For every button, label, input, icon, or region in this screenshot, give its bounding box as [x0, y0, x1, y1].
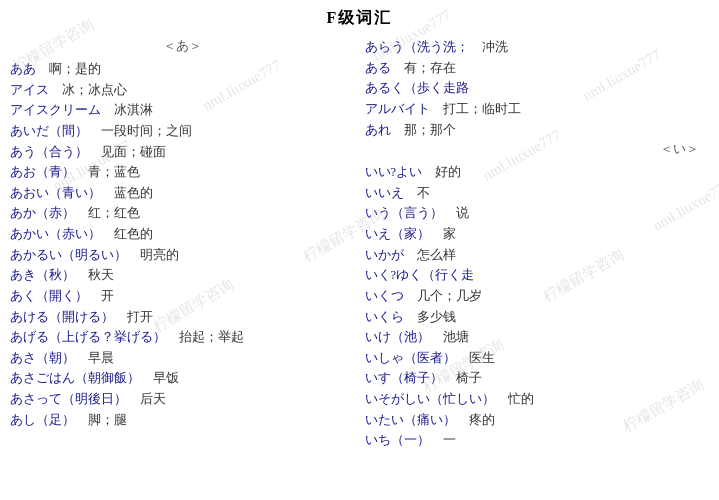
- list-item: あし（足） 脚；腿: [10, 410, 355, 431]
- cn-text: 忙的: [495, 392, 534, 406]
- cn-text: 红色的: [101, 227, 153, 241]
- list-item: あかるい（明るい） 明亮的: [10, 245, 355, 266]
- right-entries-top: あらう（洗う洗； 冲洗ある 有；存在あるく（歩く走路アルバイト 打工；临时工あれ…: [365, 37, 710, 140]
- cn-text: 有；存在: [391, 61, 456, 75]
- jp-text: いけ（池）: [365, 330, 430, 344]
- jp-text: アイスクリーム: [10, 103, 101, 117]
- cn-text: 那；那个: [391, 123, 456, 137]
- list-item: いいえ 不: [365, 183, 710, 204]
- list-item: あく（開く） 开: [10, 286, 355, 307]
- list-item: あさ（朝） 早晨: [10, 348, 355, 369]
- cn-text: 后天: [127, 392, 166, 406]
- right-section-header: ＜い＞: [365, 140, 710, 158]
- cn-text: 明亮的: [127, 248, 179, 262]
- cn-text: 冲洗: [469, 40, 508, 54]
- jp-text: あるく（歩く走路: [365, 81, 469, 95]
- list-item: アイスクリーム 冰淇淋: [10, 100, 355, 121]
- cn-text: 几个；几岁: [404, 289, 482, 303]
- cn-text: 蓝色的: [101, 186, 153, 200]
- left-column: ＜あ＞ ああ 啊；是的アイス 冰；冰点心アイスクリーム 冰淇淋あいだ（間） 一段…: [10, 37, 355, 451]
- list-item: いくつ 几个；几岁: [365, 286, 710, 307]
- jp-text: いくら: [365, 310, 404, 324]
- jp-text: いしゃ（医者）: [365, 351, 456, 365]
- list-item: いち（一） 一: [365, 430, 710, 451]
- jp-text: あお（青）: [10, 165, 75, 179]
- right-column: あらう（洗う洗； 冲洗ある 有；存在あるく（歩く走路アルバイト 打工；临时工あれ…: [365, 37, 710, 451]
- list-item: いたい（痛い） 疼的: [365, 410, 710, 431]
- jp-text: あげる（上げる？挙げる）: [10, 330, 166, 344]
- jp-text: あき（秋）: [10, 268, 75, 282]
- cn-text: 脚；腿: [75, 413, 127, 427]
- jp-text: あう（合う）: [10, 145, 88, 159]
- cn-text: 多少钱: [404, 310, 456, 324]
- jp-text: いいえ: [365, 186, 404, 200]
- jp-text: いく?ゆく（行く走: [365, 268, 475, 282]
- list-item: いくら 多少钱: [365, 307, 710, 328]
- jp-text: あかるい（明るい）: [10, 248, 127, 262]
- jp-text: あれ: [365, 123, 391, 137]
- cn-text: 啊；是的: [36, 62, 101, 76]
- list-item: あかい（赤い） 红色的: [10, 224, 355, 245]
- cn-text: 打开: [114, 310, 153, 324]
- list-item: あれ 那；那个: [365, 120, 710, 141]
- cn-text: 疼的: [456, 413, 495, 427]
- list-item: アルバイト 打工；临时工: [365, 99, 710, 120]
- cn-text: 冰；冰点心: [49, 83, 127, 97]
- jp-text: アイス: [10, 83, 49, 97]
- jp-text: あらう（洗う洗；: [365, 40, 469, 54]
- list-item: いえ（家） 家: [365, 224, 710, 245]
- cn-text: 一段时间；之间: [88, 124, 192, 138]
- jp-text: あか（赤）: [10, 206, 75, 220]
- list-item: あける（開ける） 打开: [10, 307, 355, 328]
- list-item: いい?よい 好的: [365, 162, 710, 183]
- cn-text: 早晨: [75, 351, 114, 365]
- jp-text: いち（一）: [365, 433, 430, 447]
- list-item: ああ 啊；是的: [10, 59, 355, 80]
- cn-text: 秋天: [75, 268, 114, 282]
- cn-text: 怎么样: [404, 248, 456, 262]
- list-item: あるく（歩く走路: [365, 78, 710, 99]
- cn-text: 好的: [422, 165, 461, 179]
- cn-text: 抬起；举起: [166, 330, 244, 344]
- jp-text: いう（言う）: [365, 206, 443, 220]
- cn-text: 青；蓝色: [75, 165, 140, 179]
- jp-text: あける（開ける）: [10, 310, 114, 324]
- jp-text: あし（足）: [10, 413, 75, 427]
- jp-text: いくつ: [365, 289, 404, 303]
- jp-text: あいだ（間）: [10, 124, 88, 138]
- title-f: F级词汇: [327, 9, 393, 26]
- list-item: あき（秋） 秋天: [10, 265, 355, 286]
- jp-text: いえ（家）: [365, 227, 430, 241]
- list-item: あう（合う） 见面；碰面: [10, 142, 355, 163]
- cn-text: 椅子: [443, 371, 482, 385]
- jp-text: あさ（朝）: [10, 351, 75, 365]
- cn-text: 一: [430, 433, 456, 447]
- page-title: F级词汇: [0, 0, 719, 33]
- jp-text: ある: [365, 61, 391, 75]
- list-item: アイス 冰；冰点心: [10, 80, 355, 101]
- list-item: いく?ゆく（行く走: [365, 265, 710, 286]
- cn-text: 不: [404, 186, 430, 200]
- cn-text: 见面；碰面: [88, 145, 166, 159]
- jp-text: アルバイト: [365, 102, 430, 116]
- list-item: いけ（池） 池塘: [365, 327, 710, 348]
- jp-text: いかが: [365, 248, 404, 262]
- jp-text: あさって（明後日）: [10, 392, 127, 406]
- list-item: いう（言う） 说: [365, 203, 710, 224]
- cn-text: 医生: [456, 351, 495, 365]
- list-item: いかが 怎么样: [365, 245, 710, 266]
- jp-text: いい?よい: [365, 165, 423, 179]
- cn-text: 早饭: [140, 371, 179, 385]
- list-item: あか（赤） 红；红色: [10, 203, 355, 224]
- cn-text: 说: [443, 206, 469, 220]
- jp-text: いす（椅子）: [365, 371, 443, 385]
- list-item: あさごはん（朝御飯） 早饭: [10, 368, 355, 389]
- list-item: あさって（明後日） 后天: [10, 389, 355, 410]
- jp-text: あく（開く）: [10, 289, 88, 303]
- list-item: あいだ（間） 一段时间；之间: [10, 121, 355, 142]
- content-wrapper: ＜あ＞ ああ 啊；是的アイス 冰；冰点心アイスクリーム 冰淇淋あいだ（間） 一段…: [0, 33, 719, 451]
- cn-text: 打工；临时工: [430, 102, 521, 116]
- list-item: あおい（青い） 蓝色的: [10, 183, 355, 204]
- left-entries: ああ 啊；是的アイス 冰；冰点心アイスクリーム 冰淇淋あいだ（間） 一段时间；之…: [10, 59, 355, 430]
- list-item: あげる（上げる？挙げる） 抬起；举起: [10, 327, 355, 348]
